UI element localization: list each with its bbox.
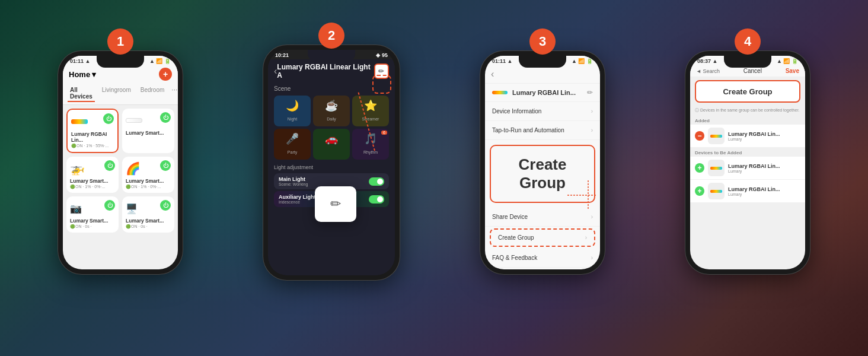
p4-to-add-device-brand-2: Lumary (728, 192, 800, 196)
phone-screen-4: 08:37 ▲ ▲ 📶 🔋 ◄ Search Cancel Save Creat… (690, 56, 805, 269)
phone-frame-3: 01:11 ▲ ▲ 📶 🔋 ‹ Lumary RGBAI Lin... ✏ (480, 51, 605, 274)
p4-save-button[interactable]: Save (786, 68, 799, 74)
p4-minus-button-1[interactable]: − (695, 131, 704, 141)
p4-create-group-label: Create Group (723, 87, 772, 96)
scene-car[interactable]: 🚗 (313, 129, 350, 160)
step-2: 2 10:21 ◈ 95 ‹ Lumary RGBAI Linear Light… (263, 28, 400, 280)
device-card-1[interactable]: ⏻ Lumary RGBAI Lin... 🟢ON · 1% · 55%·... (66, 109, 119, 153)
device-power-3: ⏻ (104, 160, 115, 171)
p3-faq[interactable]: FAQ & Feedback › (485, 249, 600, 268)
time-3: 01:11 ▲ (492, 58, 512, 64)
step-1: 1 01:11 ▲ ▲ 📶 🔋 Home ▾ + (58, 34, 183, 274)
device-strip-icon-2 (710, 167, 722, 170)
time-4: 08:37 ▲ (697, 58, 717, 64)
scene-daily[interactable]: ☕ Daily (313, 96, 350, 126)
p2-aux-light-sub: Iridescence (279, 200, 316, 204)
notch-4 (724, 56, 771, 68)
p2-edit-button[interactable]: ✏ (374, 63, 389, 79)
p3-device-info[interactable]: Device Information › (485, 102, 600, 121)
p2-edit-popup: ✏ (315, 186, 356, 222)
device-card-5[interactable]: ⏻ 📷 Lumary Smart... 🟢ON · 0s · (66, 196, 119, 233)
p3-edit-icon[interactable]: ✏ (587, 88, 593, 97)
p3-create-group-menu-label: Create Group (498, 234, 534, 241)
time-2: 10:21 (275, 52, 289, 58)
phone-frame-2: 10:21 ◈ 95 ‹ Lumary RGBAI Linear Light A… (263, 45, 400, 280)
scene-party-icon: 🎤 (276, 132, 308, 145)
p2-title: Lumary RGBAI Linear Light A (277, 63, 374, 80)
p3-create-group-menu-chevron: › (585, 234, 587, 241)
p1-header: Home ▾ + (63, 65, 178, 83)
p1-add-button[interactable]: + (159, 68, 172, 81)
notch-2 (308, 50, 355, 62)
device-strip-icon-1 (710, 135, 722, 138)
scene-car-icon: 🚗 (315, 132, 347, 145)
p4-plus-button-2[interactable]: + (695, 186, 704, 196)
scene-rhythm[interactable]: 🎵 Rhythm 6 (352, 129, 389, 160)
p4-device-icon-2 (708, 160, 725, 176)
p2-aux-light-name: Auxiliary Light (279, 194, 316, 200)
tab-livingroom[interactable]: Livingroom (100, 85, 133, 102)
p4-info-text: ⓘ Devices in the same group can be contr… (690, 106, 805, 116)
scene-party[interactable]: 🎤 Party (274, 129, 311, 160)
p3-tap-run-chevron: › (591, 127, 593, 134)
scene-rhythm-label: Rhythm (363, 150, 378, 154)
phone-screen-2: 10:21 ◈ 95 ‹ Lumary RGBAI Linear Light A… (268, 50, 395, 275)
tabs-more[interactable]: ··· (171, 85, 177, 102)
device-card-3[interactable]: ⏻ 🚁 Lumary Smart... 🟢ON · 1% · 0%·... (66, 157, 119, 193)
phone-frame-1: 01:11 ▲ ▲ 📶 🔋 Home ▾ + All Devices (58, 51, 183, 274)
device-name-5: Lumary Smart... (70, 218, 115, 224)
scene-night[interactable]: 🌙 Night (274, 96, 311, 126)
p3-device-strip-icon (492, 91, 508, 94)
scene-night-icon: 🌙 (276, 99, 308, 112)
device-status-4: 🟢ON · 1% · 0%·... (126, 185, 171, 189)
battery-4: ▲ 📶 🔋 (777, 58, 798, 64)
p2-main-light-toggle[interactable] (369, 177, 384, 186)
p3-faq-chevron: › (591, 255, 593, 261)
scene-daily-icon: ☕ (315, 99, 347, 112)
battery-3: ▲ 📶 🔋 (572, 58, 593, 64)
p4-added-device-name-1: Lumary RGBAI Lin... (728, 131, 800, 137)
p2-aux-light-toggle[interactable] (369, 195, 384, 204)
step-number-3: 3 (529, 28, 556, 55)
device-status-5: 🟢ON · 0s · (70, 224, 115, 229)
device-card-4[interactable]: ⏻ 🌈 Lumary Smart... 🟢ON · 1% · 0%·... (122, 157, 174, 193)
p3-create-group-menu[interactable]: Create Group › (490, 228, 595, 247)
step-number-1: 1 (107, 28, 133, 55)
device-strip-icon-3 (710, 190, 722, 193)
p4-device-icon-1 (708, 128, 725, 144)
p4-added-device-brand-1: Lumary (728, 137, 800, 141)
device-power-1: ⏻ (103, 113, 114, 124)
p3-back-icon[interactable]: ‹ (491, 69, 494, 80)
p3-create-group-big-box: Create Group (490, 145, 595, 203)
p4-to-add-device-name-1: Lumary RGBAI Lin... (728, 163, 800, 169)
p3-tap-run[interactable]: Tap-to-Run and Automation › (485, 121, 600, 140)
phone-screen-1: 01:11 ▲ ▲ 📶 🔋 Home ▾ + All Devices (63, 56, 178, 269)
p3-device-row: Lumary RGBAI Lin... ✏ (485, 84, 600, 102)
device-power-6: ⏻ (160, 200, 171, 211)
p3-device-info-label: Device Information (492, 108, 541, 115)
edit-popup-pencil-icon: ✏ (330, 196, 341, 212)
p2-scenes: 🌙 Night ☕ Daily ⭐ Streamer 🎤 (268, 93, 395, 162)
phone-frame-4: 08:37 ▲ ▲ 📶 🔋 ◄ Search Cancel Save Creat… (685, 51, 810, 274)
p4-plus-button-1[interactable]: + (695, 163, 704, 173)
p3-share-device[interactable]: Share Device › (485, 208, 600, 227)
device-name-3: Lumary Smart... (70, 178, 115, 184)
p3-header: ‹ (485, 65, 600, 84)
device-name-4: Lumary Smart... (126, 178, 171, 184)
tab-all-devices[interactable]: All Devices (68, 85, 95, 102)
time-1: 01:11 ▲ (70, 58, 90, 64)
p3-device-info-chevron: › (591, 108, 593, 115)
p4-cancel-button[interactable]: Cancel (743, 68, 762, 74)
phone-screen-3: 01:11 ▲ ▲ 📶 🔋 ‹ Lumary RGBAI Lin... ✏ (485, 56, 600, 269)
p4-to-add-device-2: + Lumary RGBAI Lin... Lumary (690, 180, 805, 203)
scene-streamer[interactable]: ⭐ Streamer (352, 96, 389, 126)
device-card-2[interactable]: ⏻ Lumary Smart... (122, 109, 174, 153)
tab-bedroom[interactable]: Bedroom (138, 85, 167, 102)
p1-home-label: Home ▾ (69, 70, 96, 79)
main-container: 1 01:11 ▲ ▲ 📶 🔋 Home ▾ + (0, 0, 868, 356)
scene-daily-label: Daily (327, 117, 336, 121)
device-card-6[interactable]: ⏻ 🖥️ Lumary Smart... 🟢ON · 0s · (122, 196, 174, 233)
p2-light-adj-label: Light adjustment (268, 162, 395, 171)
device-name-6: Lumary Smart... (126, 218, 171, 224)
scene-night-label: Night (288, 117, 297, 121)
